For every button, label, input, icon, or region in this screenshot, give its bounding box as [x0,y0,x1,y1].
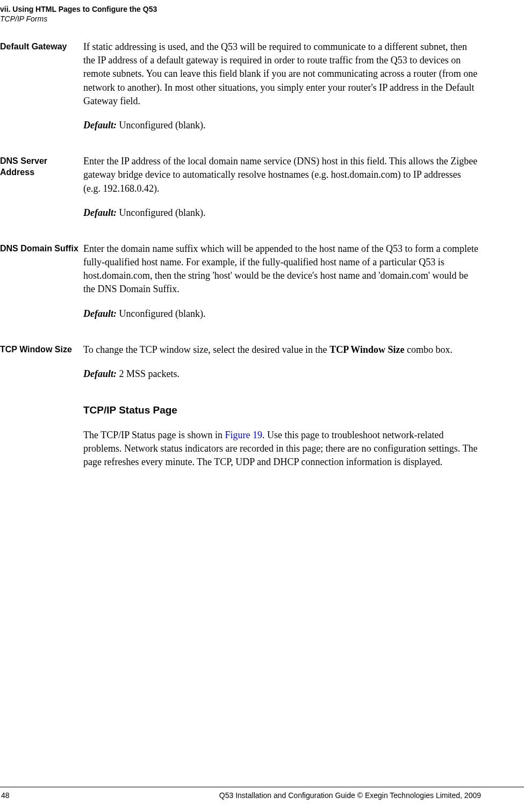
page-number: 48 [0,791,10,801]
label-tcp-window: TCP Window Size [0,343,83,356]
label-default-gateway: Default Gateway [0,40,83,53]
status-body1: The TCP/IP Status page is shown in [83,430,225,440]
text-dns-server: Enter the IP address of the local domain… [83,155,524,230]
default-value: Unconfigured (blank). [117,120,205,130]
default-label: Default: [83,207,117,218]
text-dns-domain: Enter the domain name suffix which will … [83,242,524,331]
label-dns-domain: DNS Domain Suffix [0,242,83,255]
heading-status-page: TCP/IP Status Page [83,403,478,418]
text-default-gateway: If static addressing is used, and the Q5… [83,40,524,143]
section-status-page: TCP/IP Status Page The TCP/IP Status pag… [83,403,524,469]
text-tcp-window: To change the TCP window size, select th… [83,343,524,392]
default-label: Default: [83,368,117,379]
label-dns-server: DNS Server Address [0,155,83,178]
tcp-body1: To change the TCP window size, select th… [83,344,329,355]
section-dns-server: DNS Server Address Enter the IP address … [0,155,524,230]
default-label: Default: [83,308,117,319]
copyright: Q53 Installation and Configuration Guide… [219,791,524,801]
body-status-page: The TCP/IP Status page is shown in Figur… [83,429,478,469]
dns-domain-default: Default: Unconfigured (blank). [83,307,478,321]
header-chapter: vii. Using HTML Pages to Configure the Q… [0,4,157,14]
default-value: Unconfigured (blank). [117,308,205,319]
tcp-window-default: Default: 2 MSS packets. [83,367,478,381]
tcp-body-bold: TCP Window Size [329,344,404,355]
section-default-gateway: Default Gateway If static addressing is … [0,40,524,143]
content-area: Default Gateway If static addressing is … [0,40,524,479]
header-section: TCP/IP Forms [0,14,157,24]
page-header: vii. Using HTML Pages to Configure the Q… [0,4,157,24]
body-dns-server: Enter the IP address of the local domain… [83,155,478,195]
body-tcp-window: To change the TCP window size, select th… [83,343,478,357]
default-value: Unconfigured (blank). [117,207,205,218]
figure-link[interactable]: Figure 19 [225,430,263,440]
page-footer: 48 Q53 Installation and Configuration Gu… [0,787,524,801]
dns-server-default: Default: Unconfigured (blank). [83,206,478,220]
tcp-body2: combo box. [405,344,453,355]
body-default-gateway: If static addressing is used, and the Q5… [83,40,478,108]
body-dns-domain: Enter the domain name suffix which will … [83,242,478,296]
default-label: Default: [83,120,117,130]
section-tcp-window: TCP Window Size To change the TCP window… [0,343,524,392]
default-gateway-default: Default: Unconfigured (blank). [83,119,478,132]
default-value: 2 MSS packets. [117,368,180,379]
section-dns-domain: DNS Domain Suffix Enter the domain name … [0,242,524,331]
